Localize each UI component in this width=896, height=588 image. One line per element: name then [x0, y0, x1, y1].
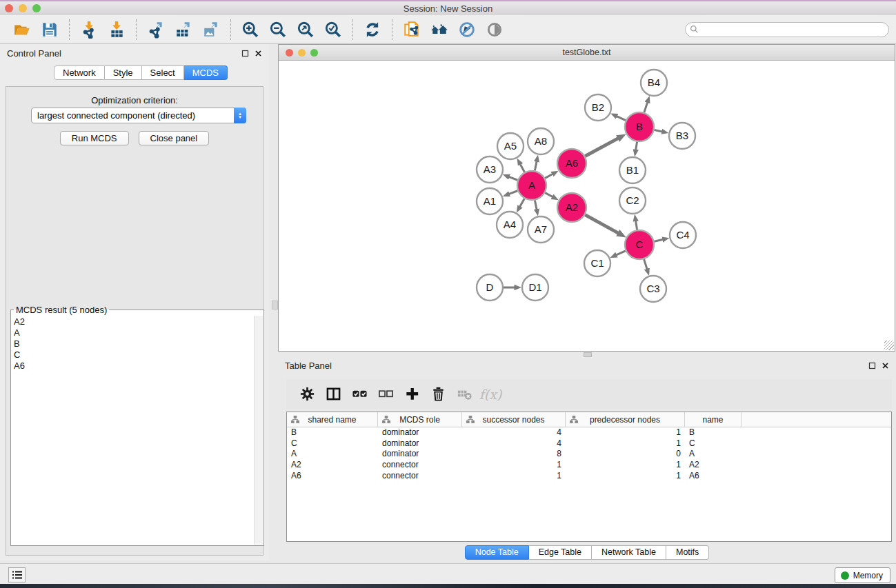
- tab-network[interactable]: Network: [54, 65, 105, 80]
- edge-A6-B[interactable]: [585, 139, 618, 156]
- delete-column-button[interactable]: [427, 383, 449, 405]
- edge-A-A5[interactable]: [520, 164, 524, 172]
- cell-MCDS-role[interactable]: dominator: [378, 427, 462, 438]
- table-row[interactable]: Adominator80A: [287, 449, 891, 460]
- node-C1[interactable]: C1: [584, 250, 610, 276]
- edge-A-A1[interactable]: [509, 191, 517, 194]
- tab-network-table[interactable]: Network Table: [592, 545, 666, 560]
- cell-name[interactable]: A2: [685, 460, 741, 471]
- edge-C-C1[interactable]: [616, 251, 625, 255]
- node-A4[interactable]: A4: [497, 212, 523, 238]
- import-table-button[interactable]: [106, 19, 127, 40]
- edge-B-B3[interactable]: [655, 130, 662, 132]
- cell-successor-nodes[interactable]: 1: [462, 471, 566, 482]
- column-header-predecessor-nodes[interactable]: predecessor nodes: [566, 412, 685, 427]
- tab-node-table[interactable]: Node Table: [465, 545, 529, 560]
- edge-C-C2[interactable]: [636, 221, 637, 230]
- node-D[interactable]: D: [477, 274, 503, 301]
- node-B1[interactable]: B1: [619, 157, 646, 183]
- table-row[interactable]: Cdominator41C: [287, 438, 891, 449]
- cell-predecessor-nodes[interactable]: 1: [566, 460, 685, 471]
- cell-name[interactable]: C: [685, 438, 741, 449]
- zoom-fit-button[interactable]: [295, 19, 316, 40]
- show-columns-button[interactable]: [322, 383, 344, 405]
- close-table-panel-icon[interactable]: [882, 362, 889, 369]
- cell-MCDS-role[interactable]: dominator: [378, 438, 462, 449]
- search-input[interactable]: [685, 22, 889, 37]
- open-session-button[interactable]: [12, 19, 32, 40]
- edge-A-A3[interactable]: [509, 177, 517, 181]
- float-panel-icon[interactable]: [241, 50, 249, 57]
- node-A[interactable]: A: [517, 171, 546, 200]
- hide-annotations-button[interactable]: [457, 19, 477, 40]
- cell-predecessor-nodes[interactable]: 1: [566, 427, 685, 438]
- tab-mcds[interactable]: MCDS: [184, 65, 228, 80]
- edge-C-C3[interactable]: [644, 259, 647, 269]
- column-header-name[interactable]: name: [685, 412, 741, 427]
- memory-button[interactable]: Memory: [835, 567, 890, 583]
- node-C[interactable]: C: [625, 230, 654, 259]
- column-header-shared-name[interactable]: shared name: [287, 412, 378, 427]
- cell-name[interactable]: A6: [685, 471, 741, 482]
- network-graph-canvas[interactable]: B4B2BB3A8A5A6A3B1AA1C2A2A4A7C4CC1C3DD1: [279, 61, 895, 351]
- result-item[interactable]: A2: [14, 316, 263, 327]
- zoom-in-button[interactable]: [240, 19, 261, 40]
- result-scrollbar[interactable]: [254, 316, 263, 545]
- mcds-result-list[interactable]: A2ABCA6: [11, 315, 263, 372]
- cell-MCDS-role[interactable]: dominator: [378, 449, 462, 460]
- tab-motifs[interactable]: Motifs: [666, 545, 709, 560]
- node-C4[interactable]: C4: [670, 222, 696, 248]
- cell-shared-name[interactable]: A6: [287, 471, 378, 482]
- cell-successor-nodes[interactable]: 8: [462, 449, 566, 460]
- criterion-dropdown[interactable]: largest connected component (directed) ▲…: [31, 108, 246, 123]
- node-A7[interactable]: A7: [528, 216, 554, 243]
- cell-shared-name[interactable]: C: [287, 438, 378, 449]
- resize-grip[interactable]: [884, 341, 894, 350]
- column-header-MCDS-role[interactable]: MCDS role: [378, 412, 462, 427]
- cell-shared-name[interactable]: A2: [287, 460, 378, 471]
- cell-MCDS-role[interactable]: connector: [378, 471, 462, 482]
- export-network-button[interactable]: [146, 19, 166, 40]
- edge-A-A8[interactable]: [535, 161, 537, 170]
- save-session-button[interactable]: [39, 19, 60, 40]
- tab-style[interactable]: Style: [105, 65, 142, 80]
- result-item[interactable]: A: [14, 327, 263, 338]
- node-A2[interactable]: A2: [557, 193, 586, 222]
- node-A3[interactable]: A3: [477, 156, 503, 183]
- zoom-selected-button[interactable]: [323, 19, 344, 40]
- edge-C-C4[interactable]: [654, 240, 662, 242]
- node-A5[interactable]: A5: [497, 133, 524, 159]
- zoom-out-button[interactable]: [268, 19, 288, 40]
- edge-B-B4[interactable]: [644, 103, 648, 113]
- edge-B-B2[interactable]: [617, 116, 626, 121]
- tab-select[interactable]: Select: [142, 65, 184, 80]
- float-table-panel-icon[interactable]: [868, 362, 876, 369]
- cell-successor-nodes[interactable]: 1: [462, 460, 566, 471]
- node-B[interactable]: B: [625, 112, 654, 141]
- cell-predecessor-nodes[interactable]: 1: [566, 471, 685, 482]
- select-all-rows-button[interactable]: [348, 383, 370, 405]
- import-network-button[interactable]: [79, 19, 99, 40]
- table-settings-button[interactable]: [296, 383, 318, 405]
- node-B3[interactable]: B3: [669, 123, 695, 149]
- cell-predecessor-nodes[interactable]: 0: [566, 449, 685, 460]
- cell-name[interactable]: A: [685, 449, 741, 460]
- task-history-button[interactable]: [8, 567, 26, 582]
- refresh-button[interactable]: [362, 19, 383, 40]
- node-C2[interactable]: C2: [619, 187, 646, 214]
- node-D1[interactable]: D1: [522, 274, 548, 301]
- cell-successor-nodes[interactable]: 4: [462, 438, 566, 449]
- edge-A-A6[interactable]: [545, 174, 552, 178]
- edge-B-B1[interactable]: [636, 142, 637, 150]
- node-C3[interactable]: C3: [640, 276, 666, 302]
- result-item[interactable]: C: [14, 349, 263, 361]
- show-graphics-details-button[interactable]: [484, 19, 505, 40]
- edge-A-A7[interactable]: [535, 201, 537, 210]
- export-image-button[interactable]: [201, 19, 221, 40]
- cell-name[interactable]: B: [685, 427, 741, 438]
- run-mcds-button[interactable]: Run MCDS: [60, 131, 129, 145]
- edge-A-A4[interactable]: [520, 199, 525, 207]
- close-panel-button[interactable]: Close panel: [139, 131, 210, 145]
- cell-MCDS-role[interactable]: connector: [378, 460, 462, 471]
- node-A8[interactable]: A8: [528, 128, 554, 154]
